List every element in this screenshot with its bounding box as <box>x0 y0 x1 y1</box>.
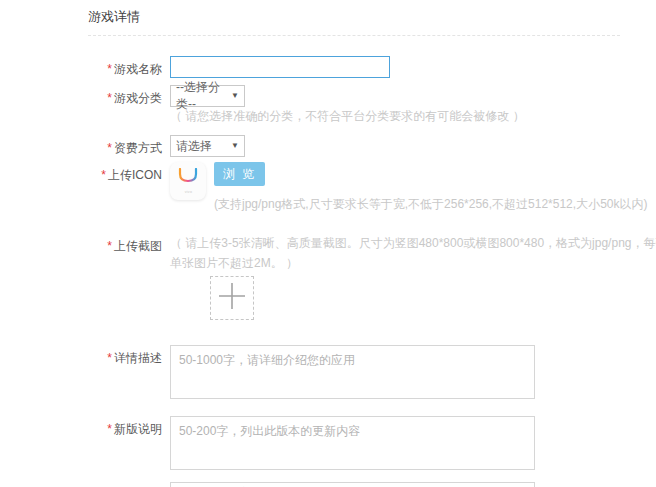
fee-type-selected-value: 请选择 <box>176 138 212 155</box>
detail-description-label: 详情描述 <box>114 351 162 365</box>
game-category-select[interactable]: --选择分类-- ▼ <box>170 85 245 107</box>
game-category-label: 游戏分类 <box>114 91 162 105</box>
fee-type-select[interactable]: 请选择 ▼ <box>170 135 245 157</box>
fee-type-label-col: *资费方式 <box>88 135 162 157</box>
game-detail-page: 游戏详情 *游戏名称 *游戏分类 --选择分类-- ▼ （ 请您选择准确的分类，… <box>0 0 656 487</box>
required-asterisk: * <box>101 168 106 182</box>
field-row-version-notes: *新版说明 <box>88 416 656 474</box>
screenshots-note-line2: 单张图片不超过2M。 ） <box>170 253 656 273</box>
field-row-upload-icon: *上传ICON <box>88 162 656 211</box>
icon-upload-note: (支持jpg/png格式,尺寸要求长等于宽,不低于256*256,不超过512*… <box>214 197 647 211</box>
field-row-detail-description: *详情描述 <box>88 345 656 403</box>
screenshots-note-line1: （ 请上传3-5张清晰、高质量截图。尺寸为竖图480*800或横图800*480… <box>170 233 656 253</box>
chevron-down-icon: ▼ <box>231 142 239 150</box>
game-category-note: （ 请您选择准确的分类，不符合平台分类要求的有可能会被修改 ） <box>170 109 525 123</box>
chevron-down-icon: ▼ <box>231 92 239 100</box>
version-notes-label-col: *新版说明 <box>88 416 162 438</box>
customer-service-label-col: 客服信息 <box>88 482 162 487</box>
required-asterisk: * <box>107 141 112 155</box>
page-title: 游戏详情 <box>88 8 656 26</box>
customer-service-input[interactable] <box>170 482 535 487</box>
vivo-logo-icon <box>177 168 199 187</box>
game-detail-form: *游戏名称 *游戏分类 --选择分类-- ▼ （ 请您选择准确的分类，不符合平台… <box>88 36 656 487</box>
app-icon-preview: vivo <box>170 162 206 200</box>
version-notes-label: 新版说明 <box>114 422 162 436</box>
upload-screenshots-label-col: *上传截图 <box>88 233 162 255</box>
game-category-label-col: *游戏分类 <box>88 85 162 107</box>
upload-icon-label: 上传ICON <box>108 168 162 182</box>
game-name-input[interactable] <box>170 56 390 78</box>
field-row-customer-service: 客服信息 <box>88 482 656 487</box>
version-notes-textarea[interactable] <box>170 416 535 470</box>
upload-icon-label-col: *上传ICON <box>88 162 162 184</box>
required-asterisk: * <box>107 62 112 76</box>
app-icon-caption: vivo <box>184 189 192 193</box>
fee-type-label: 资费方式 <box>114 141 162 155</box>
game-category-selected-value: --选择分类-- <box>176 79 231 113</box>
field-row-game-name: *游戏名称 <box>88 56 656 78</box>
add-screenshot-button[interactable] <box>210 276 254 320</box>
plus-icon <box>217 281 247 315</box>
required-asterisk: * <box>107 422 112 436</box>
game-name-label-col: *游戏名称 <box>88 56 162 78</box>
field-row-upload-screenshots: *上传截图 （ 请上传3-5张清晰、高质量截图。尺寸为竖图480*800或横图8… <box>88 233 656 320</box>
required-asterisk: * <box>107 91 112 105</box>
game-name-label: 游戏名称 <box>114 62 162 76</box>
field-row-fee-type: *资费方式 请选择 ▼ <box>88 135 656 157</box>
upload-screenshots-label: 上传截图 <box>114 239 162 253</box>
field-row-game-category: *游戏分类 --选择分类-- ▼ （ 请您选择准确的分类，不符合平台分类要求的有… <box>88 85 656 123</box>
required-asterisk: * <box>107 351 112 365</box>
browse-button[interactable]: 浏 览 <box>214 162 265 186</box>
required-asterisk: * <box>107 239 112 253</box>
detail-description-label-col: *详情描述 <box>88 345 162 367</box>
detail-description-textarea[interactable] <box>170 345 535 399</box>
